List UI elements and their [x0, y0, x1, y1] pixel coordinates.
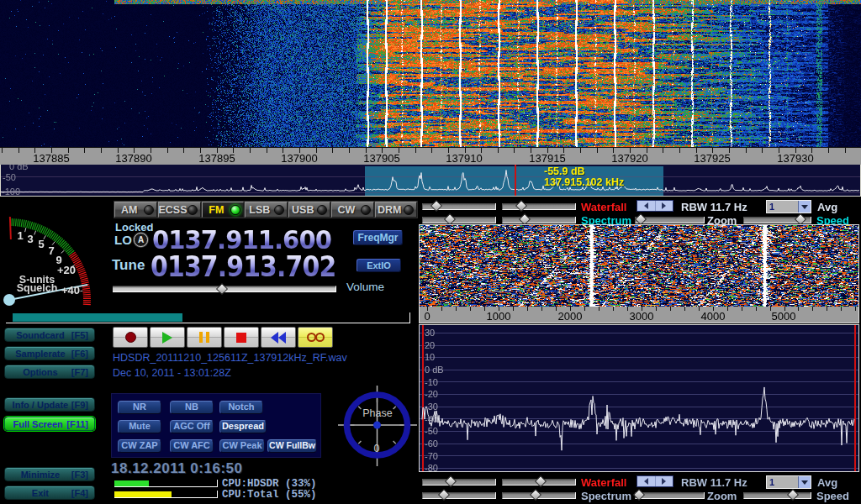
- af-db-label: -50: [425, 426, 438, 436]
- avg-label-2: Avg: [817, 476, 837, 489]
- rbw-stepper-2: [637, 475, 673, 487]
- rf-waterfall-display[interactable]: [0, 0, 861, 147]
- button-hotkey: [F4]: [71, 488, 88, 498]
- af-frequency-scale[interactable]: 0 1000 2000 3000 4000 5000: [420, 307, 858, 323]
- cw-peak-button[interactable]: CW Peak: [219, 439, 265, 453]
- exit-button[interactable]: Exit[F4]: [4, 486, 95, 500]
- af-db-label: -20: [425, 389, 438, 399]
- dropdown-arrow-button[interactable]: [798, 201, 811, 213]
- lo-label: LO: [114, 233, 132, 247]
- button-label: Full Screen: [11, 419, 65, 429]
- record-icon: [125, 332, 136, 343]
- loop-button[interactable]: [298, 327, 333, 348]
- af-db-label: -10: [425, 377, 438, 387]
- record-button[interactable]: [113, 327, 148, 348]
- phase-value: 0: [374, 443, 380, 454]
- button-hotkey: [F3]: [71, 470, 88, 480]
- rf-spectrum-strip[interactable]: 0 dB -50 -100 -55.9 dB 137.915.102 kHz: [0, 165, 861, 197]
- mode-led-icon: [404, 205, 414, 215]
- mode-button-fm[interactable]: FM: [202, 202, 245, 218]
- minimize-button[interactable]: Minimize[F3]: [4, 467, 95, 481]
- mode-label: DRM: [376, 204, 404, 216]
- stop-button[interactable]: [224, 327, 259, 348]
- strip-db-50: -50: [3, 172, 16, 182]
- button-hotkey: [F9]: [71, 400, 88, 410]
- mode-button-drm[interactable]: DRM: [375, 202, 418, 218]
- nr-button[interactable]: NR: [118, 401, 161, 414]
- rbw-increase-button[interactable]: [656, 201, 673, 211]
- rf-scale-label: 137910: [435, 152, 494, 165]
- rbw-increase-button-2[interactable]: [656, 476, 673, 486]
- rewind-button[interactable]: [261, 327, 296, 348]
- despread-button[interactable]: Despread: [219, 420, 267, 433]
- chevron-down-icon: [801, 480, 808, 485]
- af-sp-brightness-slider[interactable]: [502, 217, 576, 223]
- left-arrow-icon: [644, 202, 648, 209]
- smeter-number: +40: [61, 284, 80, 297]
- mode-led-icon: [144, 205, 154, 215]
- af-wf-contrast-slider-2[interactable]: [422, 479, 496, 486]
- mute-button[interactable]: Mute: [118, 420, 161, 433]
- af-spectrum-display[interactable]: [420, 325, 858, 471]
- rf-scale-label: 137920: [600, 152, 659, 165]
- locked-label: Locked: [115, 221, 154, 234]
- phase-dial[interactable]: Phase 0: [336, 382, 420, 470]
- cw-fullbw-button[interactable]: CW FullBw: [267, 439, 317, 453]
- dropdown-arrow-button-2[interactable]: [798, 476, 811, 488]
- af-db-label: -60: [425, 438, 438, 449]
- tune-frequency-display[interactable]: 0137.913.702: [151, 252, 335, 281]
- play-button[interactable]: [150, 327, 185, 348]
- af-wf-brightness-slider[interactable]: [502, 203, 576, 210]
- avg-dropdown[interactable]: 1: [766, 200, 811, 213]
- notch-button[interactable]: Notch: [219, 401, 263, 414]
- af-scale-label: 2000: [545, 310, 595, 323]
- af-sp-contrast-slider-2[interactable]: [422, 492, 496, 499]
- rf-scale-label: 137890: [104, 152, 163, 165]
- cpu-total-bar: [114, 491, 172, 497]
- rbw-decrease-button[interactable]: [637, 201, 656, 211]
- af-sp-contrast-slider[interactable]: [422, 217, 496, 223]
- avg-dropdown-2[interactable]: 1: [766, 475, 811, 489]
- extio-button[interactable]: ExtIO: [357, 259, 401, 272]
- af-scale-label: 4000: [688, 310, 738, 323]
- mode-button-cw[interactable]: CW: [331, 202, 374, 218]
- mode-button-lsb[interactable]: LSB: [245, 202, 288, 218]
- rf-frequency-scale[interactable]: 137885 137890 137895 137900 137905 13791…: [0, 147, 861, 165]
- af-waterfall-display[interactable]: [420, 225, 858, 307]
- hdsdr-window: 137885 137890 137895 137900 137905 13791…: [0, 0, 861, 504]
- zoom-label-2: Zoom: [707, 490, 737, 502]
- speed-slider-2[interactable]: [743, 492, 811, 499]
- mode-led-icon: [230, 205, 240, 215]
- options-button[interactable]: Options[F7]: [4, 365, 95, 379]
- cpu-total-label: CPU:Total (55%): [222, 489, 317, 501]
- mode-button-usb[interactable]: USB: [288, 202, 331, 218]
- nb-button[interactable]: NB: [170, 401, 214, 414]
- button-label: Exit: [11, 488, 70, 498]
- soundcard-button[interactable]: Soundcard[F5]: [4, 328, 95, 342]
- samplerate-button[interactable]: Samplerate[F6]: [4, 346, 95, 360]
- af-scale-label: 1000: [473, 310, 524, 323]
- pause-button[interactable]: [187, 327, 222, 348]
- mode-button-ecss[interactable]: ECSS: [158, 202, 201, 218]
- level-bar: [13, 313, 182, 322]
- button-hotkey: [F6]: [71, 349, 88, 359]
- full-screen-button[interactable]: Full Screen[F11]: [4, 417, 95, 431]
- info-update-button[interactable]: Info / Update[F9]: [4, 397, 95, 412]
- zoom-slider-2[interactable]: [635, 492, 705, 499]
- cw-zap-button[interactable]: CW ZAP: [118, 439, 161, 453]
- mode-button-am[interactable]: AM: [114, 202, 157, 218]
- af-db-label: -30: [425, 402, 438, 412]
- af-db-label: -40: [425, 414, 438, 424]
- freqmgr-button[interactable]: FreqMgr: [353, 230, 403, 245]
- rf-scale-label: 137900: [270, 152, 329, 165]
- af-db-label: 0 dB: [425, 365, 444, 375]
- rbw-decrease-button-2[interactable]: [637, 476, 656, 486]
- agc-button[interactable]: AGC Off: [170, 420, 214, 433]
- recording-filename: HDSDR_20111210_125611Z_137912kHz_RF.wav: [113, 352, 347, 364]
- af-waterfall-panel: 0 1000 2000 3000 4000 5000: [419, 224, 859, 323]
- lo-auto-button[interactable]: A: [134, 233, 148, 247]
- rf-spectrum-trace: [1, 165, 860, 196]
- cw-afc-button[interactable]: CW AFC: [170, 439, 214, 453]
- mode-label: AM: [115, 204, 144, 216]
- phase-dial-graphic: [336, 382, 420, 470]
